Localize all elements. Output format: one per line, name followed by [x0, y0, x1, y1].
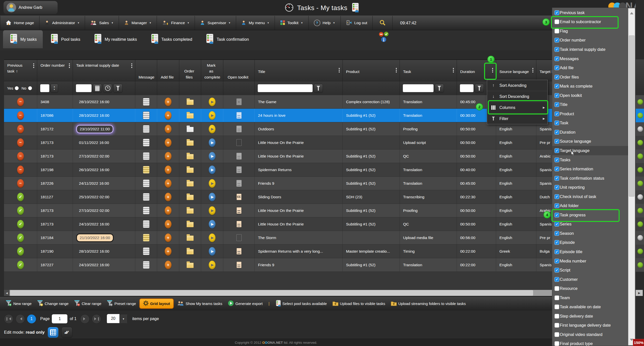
menu-item-columns[interactable]: Columns ▶	[487, 102, 547, 113]
add-file-icon[interactable]: +	[165, 179, 171, 188]
column-menu-icon[interactable]	[531, 67, 534, 73]
column-menu-icon[interactable]	[395, 67, 398, 73]
toolbar-button-generate-export[interactable]: Generate export	[226, 299, 265, 309]
time-button[interactable]	[103, 84, 112, 93]
column-toggle-title[interactable]: ✓ Title	[552, 100, 629, 109]
mark-as-complete-icon[interactable]: ▶	[209, 179, 216, 188]
column-toggle-tasks[interactable]: ✓ Tasks	[552, 155, 629, 165]
checkbox-icon[interactable]: ✓	[554, 213, 559, 217]
column-toggle-add-folder[interactable]: ✓ Add folder	[552, 201, 629, 210]
title-filter-button[interactable]	[314, 84, 323, 93]
task-complete-icon[interactable]: ✓	[17, 247, 24, 256]
duration-filter-input[interactable]	[460, 84, 474, 92]
mark-as-complete-icon[interactable]: ▶	[209, 234, 216, 242]
column-toggle-previous-task[interactable]: ✓ Previous task	[552, 8, 629, 17]
table-row[interactable]: − 187198 26/10/2022 16:00 + ▶ Spiderman …	[4, 163, 644, 177]
task-progress-icon[interactable]	[637, 126, 643, 132]
column-header-source-language[interactable]: Source language	[496, 60, 536, 83]
column-toggle-add-file[interactable]: ✓ Add file	[552, 63, 629, 72]
checkbox-icon[interactable]: ✓	[554, 231, 559, 236]
open-toolkit-icon[interactable]: CC	[236, 194, 242, 200]
checkbox-icon[interactable]: ✓	[554, 185, 559, 190]
nav-item-my-menu[interactable]: My menu ▼	[236, 16, 275, 30]
mark-as-complete-icon[interactable]: ▶	[209, 111, 216, 120]
order-files-folder-icon[interactable]	[187, 168, 194, 173]
add-file-icon[interactable]: +	[165, 193, 171, 201]
order-files-folder-icon[interactable]	[187, 236, 194, 241]
task-incomplete-icon[interactable]: −	[17, 98, 24, 106]
number-stepper[interactable]: ▲▼	[51, 84, 58, 93]
column-header-add-file[interactable]: Add file	[157, 60, 179, 83]
checkbox-icon[interactable]: ✓	[554, 240, 559, 245]
mark-as-complete-icon[interactable]: ▶	[209, 261, 216, 269]
checkbox-icon[interactable]: ✓	[554, 277, 559, 282]
task-progress-icon[interactable]	[637, 181, 643, 186]
column-toggle-final-product-type[interactable]: Final product type	[552, 339, 629, 346]
last-page-button[interactable]	[92, 314, 101, 324]
checkbox-icon[interactable]	[554, 304, 559, 309]
nav-item-log-out[interactable]: Log out	[341, 16, 373, 30]
add-file-icon[interactable]: +	[165, 98, 171, 106]
column-toggle-original-video-standard[interactable]: Original video standard	[552, 330, 629, 339]
tab-my-tasks[interactable]: My tasks	[3, 30, 43, 48]
add-file-icon[interactable]: +	[165, 247, 171, 256]
toolbar-button-grid-layout[interactable]: Grid layout	[139, 298, 174, 309]
mark-as-complete-icon[interactable]: ▶	[209, 247, 216, 256]
column-toggle-open-toolkit[interactable]: ✓ Open toolkit	[552, 91, 629, 100]
column-menu-icon[interactable]	[491, 67, 494, 73]
column-toggle-season[interactable]: ✓ Season	[552, 229, 629, 238]
open-toolkit-icon[interactable]	[236, 153, 242, 160]
column-toggle-messages[interactable]: ✓ Messages	[552, 54, 629, 63]
nav-item-finance[interactable]: Finance ▼	[157, 16, 195, 30]
order-files-folder-icon[interactable]	[187, 140, 194, 146]
column-toggle-customer[interactable]: ✓ Customer	[552, 275, 629, 284]
column-header-product[interactable]: Product	[343, 60, 400, 83]
first-page-button[interactable]	[4, 314, 13, 324]
message-icon[interactable]	[143, 179, 150, 187]
order-files-folder-icon[interactable]	[187, 154, 194, 159]
column-menu-icon[interactable]	[130, 62, 133, 69]
checkbox-icon[interactable]: ✓	[554, 203, 559, 208]
checkbox-icon[interactable]: ✓	[554, 130, 559, 135]
checkbox-icon[interactable]: ✓	[554, 148, 559, 153]
message-icon[interactable]	[143, 207, 150, 214]
next-page-button[interactable]	[80, 314, 90, 324]
column-toggle-duration[interactable]: ✓ Duration	[552, 128, 629, 137]
task-incomplete-icon[interactable]: −	[17, 152, 24, 161]
checkbox-icon[interactable]: ✓	[554, 102, 559, 107]
search-button[interactable]	[373, 16, 393, 30]
message-icon[interactable]	[143, 193, 150, 201]
column-toggle-order-files[interactable]: ✓ Order files	[552, 72, 629, 82]
checkbox-icon[interactable]	[554, 295, 559, 300]
column-toggle-source-language[interactable]: ✓ Source language	[552, 137, 629, 146]
scroll-right-icon[interactable]: ▶	[636, 290, 643, 296]
panel-scrollbar[interactable]	[628, 8, 635, 345]
nav-item-administrator[interactable]: Administrator ▼	[39, 16, 85, 30]
column-toggle-mark-as-complete[interactable]: ✓ Mark as complete	[552, 82, 629, 91]
checkbox-icon[interactable]	[554, 323, 559, 328]
checkbox-icon[interactable]: ✓	[554, 38, 559, 43]
task-complete-icon[interactable]: ✓	[17, 193, 24, 201]
page-size-select[interactable]: 20 ▼	[107, 314, 127, 324]
task-progress-icon[interactable]	[637, 113, 643, 118]
column-toggle-task-progress[interactable]: ✓ Task progress	[552, 210, 629, 220]
mark-as-complete-icon[interactable]: ▶	[209, 206, 216, 215]
message-icon[interactable]	[143, 261, 150, 269]
column-toggle-email-to-subcontractor[interactable]: Email to subcontractor	[552, 17, 629, 27]
message-icon[interactable]	[143, 125, 150, 133]
checkbox-icon[interactable]	[554, 19, 559, 24]
column-toggle-step-delivery-date[interactable]: Step delivery date	[552, 312, 629, 321]
checkbox-icon[interactable]: ✓	[554, 139, 559, 144]
column-toggle-order-number[interactable]: ✓ Order number	[552, 36, 629, 45]
column-toggle-script[interactable]: ✓ Script	[552, 265, 629, 275]
order-files-folder-icon[interactable]	[187, 263, 194, 268]
task-incomplete-icon[interactable]: −	[17, 111, 24, 120]
checkbox-icon[interactable]: ✓	[554, 194, 559, 199]
column-menu-icon[interactable]	[32, 62, 35, 69]
grid-view-button[interactable]	[48, 327, 58, 338]
column-toggle-media-number[interactable]: ✓ Media number	[552, 256, 629, 266]
open-toolkit-icon[interactable]	[236, 166, 242, 173]
menu-item-sort-ascending[interactable]: ↑ Sort Ascending	[487, 80, 547, 91]
toolbar-button-select-pool-tasks-available[interactable]: Select pool tasks available	[273, 298, 329, 309]
message-icon[interactable]	[143, 234, 150, 242]
